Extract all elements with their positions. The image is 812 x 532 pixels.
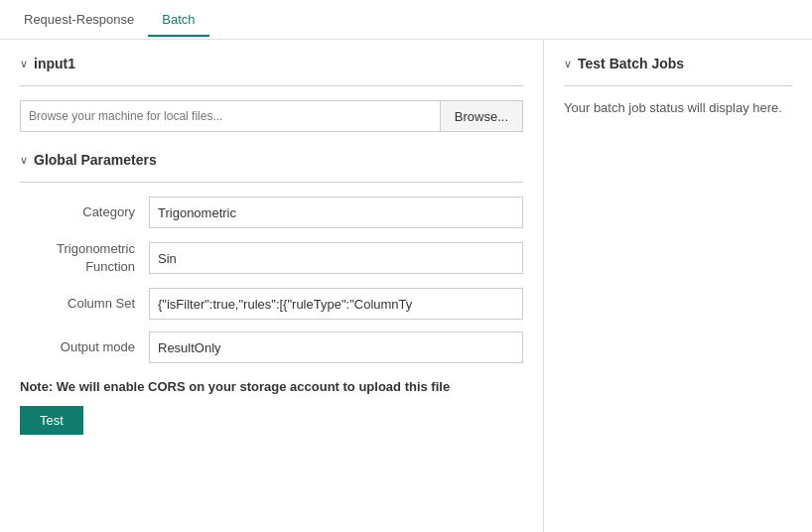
param-row-trig-function: Trigonometric Function: [20, 240, 523, 276]
input1-divider: [20, 85, 523, 86]
browse-button[interactable]: Browse...: [441, 100, 523, 132]
param-row-output-mode: Output mode: [20, 332, 523, 363]
cors-note: Note: We will enable CORS on your storag…: [20, 379, 523, 394]
param-label-trig-function: Trigonometric Function: [20, 240, 149, 276]
param-input-category[interactable]: [149, 197, 523, 228]
test-button[interactable]: Test: [20, 406, 83, 435]
input1-section-header: ∨ input1: [20, 56, 523, 71]
right-panel: ∨ Test Batch Jobs Your batch job status …: [544, 40, 812, 532]
batch-jobs-title: Test Batch Jobs: [578, 56, 684, 71]
file-path-input[interactable]: [20, 100, 441, 132]
global-params-title: Global Parameters: [34, 152, 157, 168]
param-input-trig-function[interactable]: [149, 242, 523, 274]
input1-chevron[interactable]: ∨: [20, 58, 28, 70]
param-input-output-mode[interactable]: [149, 332, 523, 363]
global-params-section: ∨ Global Parameters Category Trigonometr…: [20, 152, 523, 363]
file-input-row: Browse...: [20, 100, 523, 132]
param-row-category: Category: [20, 197, 523, 228]
left-panel: ∨ input1 Browse... ∨ Global Parameters C…: [0, 40, 544, 532]
batch-jobs-header: ∨ Test Batch Jobs: [564, 56, 792, 71]
param-input-column-set[interactable]: [149, 288, 523, 320]
param-label-category: Category: [20, 203, 149, 221]
global-params-chevron[interactable]: ∨: [20, 154, 28, 167]
tab-batch[interactable]: Batch: [148, 4, 208, 37]
param-label-output-mode: Output mode: [20, 338, 149, 356]
global-params-header: ∨ Global Parameters: [20, 152, 523, 168]
param-row-column-set: Column Set: [20, 288, 523, 320]
main-content: ∨ input1 Browse... ∨ Global Parameters C…: [0, 40, 812, 532]
tab-bar: Request-Response Batch: [0, 0, 812, 40]
tab-request-response[interactable]: Request-Response: [10, 4, 148, 37]
batch-jobs-divider: [564, 85, 792, 86]
batch-status-text: Your batch job status will display here.: [564, 100, 792, 115]
batch-jobs-chevron[interactable]: ∨: [564, 58, 572, 70]
param-label-column-set: Column Set: [20, 295, 149, 313]
global-params-divider: [20, 182, 523, 183]
input1-title: input1: [34, 56, 75, 71]
